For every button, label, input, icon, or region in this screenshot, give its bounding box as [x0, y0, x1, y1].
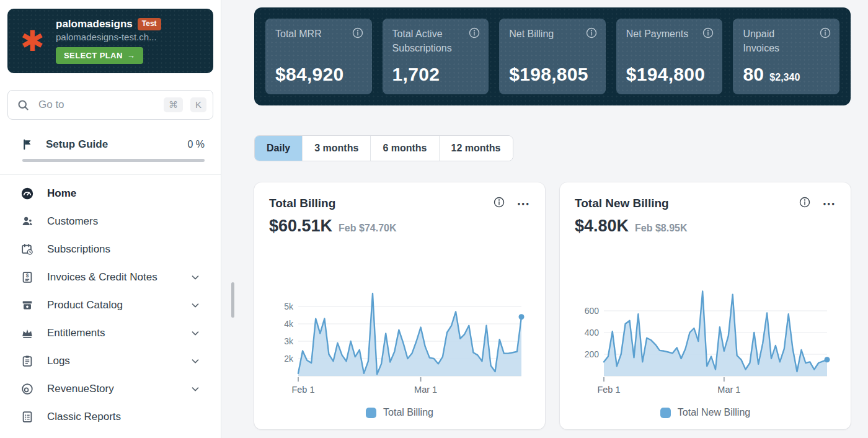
stat-value: $84,920	[275, 64, 344, 85]
chevron-down-icon	[190, 355, 201, 367]
more-options-icon[interactable]: ●●●	[518, 201, 531, 207]
sidebar-item-label: Entitlements	[47, 327, 105, 339]
flag-icon	[21, 138, 33, 151]
sidebar-item-label: Classic Reports	[47, 411, 121, 423]
sidebar-item-subscriptions[interactable]: Subscriptions	[10, 235, 211, 263]
chart-legend: Total Billing	[269, 407, 530, 418]
stat-card-net-payments: Net Payments$194,800	[616, 19, 723, 94]
global-search[interactable]: ⌘ K	[7, 90, 213, 120]
stat-label: Total MRR	[275, 27, 362, 41]
sidebar-item-product-catalog[interactable]: Product Catalog	[10, 291, 211, 319]
setup-guide-label: Setup Guide	[46, 138, 108, 151]
test-badge: Test	[138, 18, 161, 30]
main-content: Total MRR$84,920Total Active Subscriptio…	[221, 0, 868, 438]
chart-area: 200400600Feb 1Mar 1	[575, 282, 836, 400]
chevron-down-icon	[190, 300, 201, 311]
info-icon[interactable]	[585, 27, 598, 42]
setup-guide-progress-text: 0 %	[187, 139, 205, 150]
chart-card-total-new-billing: Total New Billing●●●$4.80KFeb $8.95K2004…	[560, 182, 851, 429]
tab-6-months[interactable]: 6 months	[370, 136, 438, 161]
sidebar-item-invoices-credit-notes[interactable]: $Invoices & Credit Notes	[10, 263, 211, 291]
brand-domain: palomadesigns-test.ch...	[56, 32, 161, 42]
legend-label: Total New Billing	[678, 407, 750, 418]
chevron-down-icon	[190, 328, 201, 339]
chevron-down-icon	[190, 272, 201, 283]
setup-guide[interactable]: Setup Guide 0 %	[7, 138, 213, 151]
svg-text:Mar 1: Mar 1	[717, 385, 740, 395]
sidebar-item-logs[interactable]: Logs	[10, 347, 211, 375]
chart-area: 2k3k4k5kFeb 1Mar 1	[269, 282, 530, 400]
select-plan-button[interactable]: SELECT PLAN →	[56, 47, 143, 64]
arrow-right-icon: →	[127, 51, 135, 60]
legend-swatch-icon	[366, 408, 376, 418]
stat-sub-value: $2,340	[769, 72, 800, 83]
info-icon[interactable]	[702, 27, 714, 42]
stat-label: Unpaid Invoices	[743, 27, 830, 55]
chart-card-title: Total Billing	[269, 197, 335, 210]
stat-card-unpaid-invoices: Unpaid Invoices80$2,340	[733, 19, 839, 94]
sidebar-item-classic-reports[interactable]: Classic Reports	[10, 403, 211, 431]
scrollbar-thumb[interactable]	[231, 282, 234, 318]
invoices-icon: $	[20, 270, 35, 285]
svg-text:4k: 4k	[284, 319, 294, 329]
legend-swatch-icon	[660, 408, 671, 418]
setup-guide-progress-bar	[22, 159, 205, 162]
svg-text:Feb 1: Feb 1	[291, 385, 314, 395]
info-icon[interactable]	[468, 27, 480, 42]
cmd-key-badge: ⌘	[164, 97, 183, 112]
sidebar-item-label: Home	[47, 187, 76, 200]
svg-text:5k: 5k	[284, 302, 294, 311]
info-icon[interactable]	[799, 196, 811, 211]
logs-icon	[20, 354, 35, 369]
sidebar: ✱ palomadesigns Test palomadesigns-test.…	[0, 0, 221, 438]
stat-label: Total Active Subscriptions	[392, 27, 479, 55]
stat-label: Net Billing	[509, 27, 596, 41]
sidebar-item-label: Logs	[47, 355, 70, 367]
brand-name: palomadesigns	[56, 18, 133, 30]
search-icon	[17, 99, 30, 112]
legend-label: Total Billing	[383, 407, 433, 418]
area-chart: 2k3k4k5kFeb 1Mar 1	[270, 282, 530, 400]
brand-logo-icon: ✱	[16, 27, 48, 55]
svg-text:$: $	[26, 273, 29, 279]
sidebar-item-revenuestory[interactable]: RevenueStory	[10, 375, 211, 403]
sidebar-item-entitlements[interactable]: Entitlements	[10, 319, 211, 347]
home-speedometer-icon	[20, 186, 35, 201]
svg-text:Feb 1: Feb 1	[597, 385, 620, 395]
sidebar-item-label: Subscriptions	[47, 243, 110, 256]
app-window: ✱ palomadesigns Test palomadesigns-test.…	[0, 0, 868, 438]
brand-card[interactable]: ✱ palomadesigns Test palomadesigns-test.…	[7, 9, 213, 73]
svg-text:2k: 2k	[284, 354, 294, 364]
tab-daily[interactable]: Daily	[255, 136, 302, 161]
classic-reports-icon	[20, 409, 35, 424]
info-icon[interactable]	[352, 27, 364, 42]
sidebar-nav: HomeCustomersSubscriptions$Invoices & Cr…	[7, 175, 213, 431]
chart-current-value: $4.80K	[575, 217, 629, 236]
search-input[interactable]	[37, 98, 156, 112]
sidebar-item-customers[interactable]: Customers	[10, 207, 211, 235]
stat-card-net-billing: Net Billing$198,805	[499, 19, 606, 94]
svg-text:200: 200	[584, 349, 599, 359]
stats-panel: Total MRR$84,920Total Active Subscriptio…	[254, 7, 851, 105]
sidebar-item-label: RevenueStory	[47, 383, 114, 395]
chart-cards-row: Total Billing●●●$60.51KFeb $74.70K2k3k4k…	[254, 182, 851, 429]
info-icon[interactable]	[819, 27, 831, 42]
customers-icon	[20, 214, 35, 229]
tab-12-months[interactable]: 12 months	[439, 136, 513, 161]
info-icon[interactable]	[493, 196, 505, 211]
entitlements-icon	[20, 326, 35, 341]
svg-text:Mar 1: Mar 1	[414, 385, 437, 395]
stat-value: $194,800	[626, 64, 706, 85]
chart-current-value: $60.51K	[269, 217, 332, 236]
subscriptions-icon	[20, 242, 35, 257]
stat-card-total-mrr: Total MRR$84,920	[265, 19, 372, 94]
stat-card-total-active-subscriptions: Total Active Subscriptions1,702	[383, 19, 489, 94]
tab-3-months[interactable]: 3 months	[302, 136, 370, 161]
revenuestory-icon	[20, 382, 35, 396]
more-options-icon[interactable]: ●●●	[823, 201, 836, 207]
sidebar-item-label: Product Catalog	[47, 299, 123, 311]
chevron-down-icon	[190, 383, 201, 395]
stat-label: Net Payments	[626, 27, 713, 41]
sidebar-item-home[interactable]: Home	[10, 179, 211, 207]
k-key-badge: K	[190, 97, 206, 112]
